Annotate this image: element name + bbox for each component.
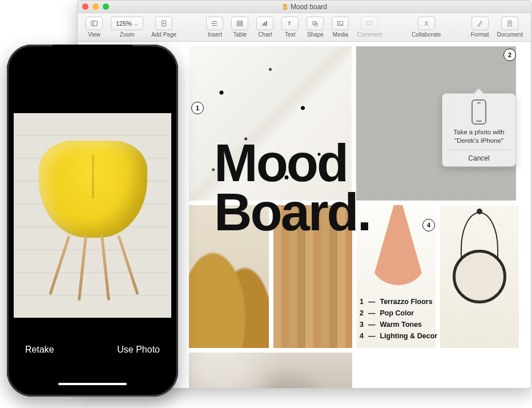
insert-icon xyxy=(211,19,219,27)
chart-label: Chart xyxy=(258,31,272,38)
chart-button[interactable] xyxy=(256,17,273,30)
table-item[interactable]: Table xyxy=(228,17,252,38)
document-icon xyxy=(281,3,288,10)
titlebar[interactable]: Mood board xyxy=(78,1,531,13)
insert-button[interactable] xyxy=(206,17,223,30)
text-label: Text xyxy=(285,31,295,38)
svg-rect-4 xyxy=(263,23,264,26)
document-heading[interactable]: Mood Board. xyxy=(214,139,370,237)
svg-point-12 xyxy=(425,21,428,23)
badge-2[interactable]: 2 xyxy=(503,49,516,61)
iphone-screen: Retake Use Photo xyxy=(14,51,171,390)
chart-item[interactable]: Chart xyxy=(253,17,277,38)
svg-text:T: T xyxy=(288,21,291,26)
svg-rect-6 xyxy=(266,21,267,26)
use-photo-button[interactable]: Use Photo xyxy=(117,345,160,355)
table-label: Table xyxy=(233,31,247,38)
shape-button[interactable] xyxy=(307,17,324,30)
text-item[interactable]: T Text xyxy=(278,17,302,38)
popover-text: Take a photo with "Derek's iPhone" xyxy=(447,128,511,145)
window-title-text: Mood board xyxy=(291,3,327,11)
document-button[interactable] xyxy=(501,17,518,30)
continuity-camera-popover: Take a photo with "Derek's iPhone" Cance… xyxy=(442,93,516,167)
add-page-button[interactable] xyxy=(155,17,172,30)
shape-label: Shape xyxy=(307,31,324,38)
collaborate-button[interactable] xyxy=(418,17,435,30)
image-mirror[interactable] xyxy=(440,205,519,348)
view-item[interactable]: View xyxy=(82,17,106,38)
legend-row: 4—Lighting & Decor xyxy=(360,330,437,342)
badge-4[interactable]: 4 xyxy=(422,219,435,231)
shape-item[interactable]: Shape xyxy=(303,17,327,38)
media-icon xyxy=(336,19,344,27)
badge-1[interactable]: 1 xyxy=(191,102,204,114)
format-item[interactable]: Format xyxy=(467,17,493,38)
svg-point-11 xyxy=(339,22,340,23)
iphone-notch xyxy=(53,45,132,59)
collaborate-item[interactable]: Collaborate xyxy=(408,17,444,38)
home-indicator[interactable] xyxy=(58,383,127,385)
insert-label: Insert xyxy=(208,31,222,38)
format-button[interactable] xyxy=(471,17,489,30)
legend-row: 2—Pop Color xyxy=(360,307,437,319)
camera-controls: Retake Use Photo xyxy=(14,322,171,390)
window-title: Mood board xyxy=(78,3,531,11)
legend-row: 1—Terrazzo Floors xyxy=(360,296,437,307)
document-icon xyxy=(506,19,514,27)
view-button[interactable] xyxy=(86,17,103,30)
sidebar-icon xyxy=(90,19,98,27)
format-icon xyxy=(476,19,484,27)
text-button[interactable]: T xyxy=(281,17,299,30)
comment-label: Comment xyxy=(357,31,381,38)
table-button[interactable] xyxy=(231,17,248,30)
table-icon xyxy=(236,19,244,27)
legend-row: 3—Warm Tones xyxy=(360,319,437,330)
document-item[interactable]: Document xyxy=(493,17,526,38)
svg-rect-13 xyxy=(508,21,511,26)
add-page-icon xyxy=(160,19,168,27)
svg-rect-3 xyxy=(237,21,243,26)
retake-button[interactable]: Retake xyxy=(25,345,54,355)
media-button[interactable] xyxy=(332,17,349,30)
comment-item: Comment xyxy=(353,17,385,38)
comment-icon xyxy=(365,19,373,27)
chevron-down-icon: ⌄ xyxy=(134,21,138,26)
toolbar: View 125% ⌄ Zoom Add Page Insert xyxy=(78,13,531,42)
camera-preview xyxy=(14,113,171,318)
add-page-label: Add Page xyxy=(151,31,176,38)
image-fur[interactable] xyxy=(189,353,352,388)
shape-icon xyxy=(311,19,319,27)
format-label: Format xyxy=(471,31,489,38)
iphone-device: Retake Use Photo xyxy=(7,45,178,397)
iphone-icon xyxy=(471,99,486,125)
text-icon: T xyxy=(286,19,294,27)
legend[interactable]: 1—Terrazzo Floors 2—Pop Color 3—Warm Ton… xyxy=(360,296,437,342)
comment-button xyxy=(361,17,378,30)
cancel-button[interactable]: Cancel xyxy=(447,150,511,166)
chair-photo xyxy=(39,141,147,238)
collaborate-label: Collaborate xyxy=(412,31,441,38)
add-page-item[interactable]: Add Page xyxy=(148,17,180,38)
svg-rect-0 xyxy=(91,21,98,26)
collaborate-icon xyxy=(422,19,430,27)
document-label: Document xyxy=(497,31,523,38)
chart-icon xyxy=(261,19,269,27)
zoom-label: Zoom xyxy=(120,31,135,38)
view-label: View xyxy=(88,31,100,38)
zoom-dropdown[interactable]: 125% ⌄ xyxy=(111,17,143,30)
media-label: Media xyxy=(333,31,348,38)
zoom-item[interactable]: 125% ⌄ Zoom xyxy=(107,17,147,38)
insert-item[interactable]: Insert xyxy=(203,17,227,38)
zoom-value: 125% xyxy=(116,20,132,27)
svg-rect-5 xyxy=(264,22,265,26)
media-item[interactable]: Media xyxy=(328,17,352,38)
